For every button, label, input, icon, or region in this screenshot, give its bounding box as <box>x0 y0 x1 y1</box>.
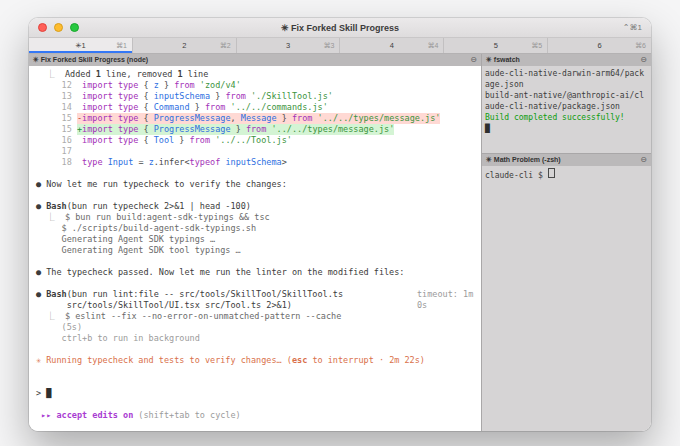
tab-shortcut-hint: ⌘4 <box>427 42 438 50</box>
tab-6[interactable]: 6⌘6 <box>548 38 651 53</box>
terminal-line: 12 import type { z } from 'zod/v4' <box>36 80 479 91</box>
tab-2[interactable]: 2⌘2 <box>133 38 237 53</box>
tab-4[interactable]: 4⌘4 <box>340 38 444 53</box>
tab-3[interactable]: 3⌘3 <box>237 38 341 53</box>
tab-label: ✳1 <box>75 41 85 50</box>
collapse-pane-icon[interactable]: ⊖ <box>470 56 477 64</box>
tab-shortcut-hint: ⌘1 <box>116 42 127 50</box>
timeout-label: 0s <box>417 300 479 311</box>
pane-math-header[interactable]: ✳ Math Problem (-zsh) ⊖ <box>482 154 651 166</box>
terminal-line: (5s) <box>36 322 479 333</box>
terminal-line <box>36 344 479 355</box>
pane-main-title: ✳ Fix Forked Skill Progress (node) <box>33 56 148 64</box>
terminal-line: ▸▸ accept edits on (shift+tab to cycle) <box>36 410 479 421</box>
terminal-line: $ ./scripts/build-agent-sdk-typings.sh <box>36 223 479 234</box>
tab-shortcut-hint: ⌘2 <box>220 42 231 50</box>
terminal-line: ⎿ Added 1 line, removed 1 line <box>36 69 479 80</box>
tab-label: 4 <box>390 41 394 50</box>
terminal-line: ● Now let me run typecheck to verify the… <box>36 179 479 190</box>
math-shell-output[interactable]: claude-cli $ <box>482 166 651 431</box>
tab-label: 6 <box>597 41 601 50</box>
pane-fswatch-title: ✳ fswatch <box>486 56 520 64</box>
terminal-line <box>36 190 479 201</box>
right-pane-column: ✳ fswatch ⊖ aude-cli-native-darwin-arm64… <box>481 54 651 431</box>
terminal-line: ⎿ $ eslint --fix --no-error-on-unmatched… <box>36 311 479 322</box>
collapse-pane-icon[interactable]: ⊖ <box>640 56 647 64</box>
terminal-line: Build completed successfully! <box>485 112 648 123</box>
window-title: ✳ Fix Forked Skill Progress <box>29 23 651 33</box>
terminal-line: age.json <box>485 79 648 90</box>
terminal-line <box>36 366 479 377</box>
tab-5[interactable]: 5⌘5 <box>444 38 548 53</box>
tab-shortcut-hint: ⌘5 <box>531 42 542 50</box>
terminal-line: ● The typecheck passed. Now let me run t… <box>36 267 479 278</box>
terminal-line: ● Bash(bun run typecheck 2>&1 | head -10… <box>36 201 479 212</box>
terminal-line: 15 +import type { ProgressMessage } from… <box>36 124 479 135</box>
terminal-line: Generating Agent SDK typings … <box>36 234 479 245</box>
terminal-line: 14 import type { Command } from '../../c… <box>36 102 479 113</box>
terminal-line <box>36 377 479 388</box>
terminal-line <box>36 168 479 179</box>
pane-main: ✳ Fix Forked Skill Progress (node) ⊖ ⎿ A… <box>29 54 481 431</box>
tab-label: 2 <box>182 41 186 50</box>
minimize-button[interactable] <box>54 23 63 32</box>
pane-fswatch-header[interactable]: ✳ fswatch ⊖ <box>482 54 651 66</box>
terminal-line: aude-cli-native-darwin-arm64/pack <box>485 68 648 79</box>
terminal-line: ● Bash(bun run lint:file -- src/tools/Sk… <box>36 289 479 300</box>
tab-label: 3 <box>286 41 290 50</box>
terminal-line: ⎿ $ bun run build:agent-sdk-typings && t… <box>36 212 479 223</box>
collapse-pane-icon[interactable]: ⊖ <box>640 156 647 164</box>
tab-label: 5 <box>494 41 498 50</box>
terminal-line: █ <box>485 123 648 134</box>
terminal-line: 17 <box>36 146 479 157</box>
terminal-line: 13 import type { inputSchema } from './S… <box>36 91 479 102</box>
terminal-line: 16 import type { Tool } from '../../Tool… <box>36 135 479 146</box>
terminal-line: ctrl+b to run in background <box>36 333 479 344</box>
terminal-line: ✳ Running typecheck and tests to verify … <box>36 355 479 366</box>
tab-1[interactable]: ✳1⌘1 <box>29 38 133 53</box>
cursor <box>548 168 555 178</box>
window-titlebar[interactable]: ✳ Fix Forked Skill Progress ⌃⌘1 <box>29 18 651 38</box>
close-button[interactable] <box>38 23 47 32</box>
traffic-lights <box>29 23 79 32</box>
terminal-line: Generating Agent SDK tool typings … <box>36 245 479 256</box>
terminal-line: > █ <box>36 388 479 399</box>
pane-main-header[interactable]: ✳ Fix Forked Skill Progress (node) ⊖ <box>29 54 481 66</box>
pane-math-title: ✳ Math Problem (-zsh) <box>486 156 561 164</box>
pane-math: ✳ Math Problem (-zsh) ⊖ claude-cli $ <box>482 154 651 431</box>
pane-fswatch: ✳ fswatch ⊖ aude-cli-native-darwin-arm64… <box>482 54 651 154</box>
window-shortcut-hint: ⌃⌘1 <box>623 23 651 32</box>
fswatch-output[interactable]: aude-cli-native-darwin-arm64/package.jso… <box>482 66 651 153</box>
terminal-line <box>36 278 479 289</box>
terminal-line: build-ant-native/@anthropic-ai/cl <box>485 90 648 101</box>
terminal-line: aude-cli-native/package.json <box>485 101 648 112</box>
tab-bar: ✳1⌘12⌘23⌘34⌘45⌘56⌘6 <box>29 38 651 54</box>
zoom-button[interactable] <box>70 23 79 32</box>
tab-shortcut-hint: ⌘6 <box>635 42 646 50</box>
terminal-line <box>36 256 479 267</box>
terminal-line: 15 -import type { ProgressMessage, Messa… <box>36 113 479 124</box>
terminal-line <box>36 399 479 410</box>
pane-container: ✳ Fix Forked Skill Progress (node) ⊖ ⎿ A… <box>29 54 651 431</box>
terminal-window: ✳ Fix Forked Skill Progress ⌃⌘1 ✳1⌘12⌘23… <box>29 18 651 431</box>
terminal-output[interactable]: ⎿ Added 1 line, removed 1 line 12 import… <box>29 66 481 431</box>
terminal-line: 18 type Input = z.infer<typeof inputSche… <box>36 157 479 168</box>
tab-shortcut-hint: ⌘3 <box>324 42 335 50</box>
terminal-line: src/tools/SkillTool/UI.tsx src/Tool.ts 2… <box>36 300 479 311</box>
timeout-label: timeout: 1m <box>417 289 479 300</box>
shell-prompt: claude-cli $ <box>485 170 543 181</box>
terminal-line: claude-cli $ <box>485 168 648 179</box>
